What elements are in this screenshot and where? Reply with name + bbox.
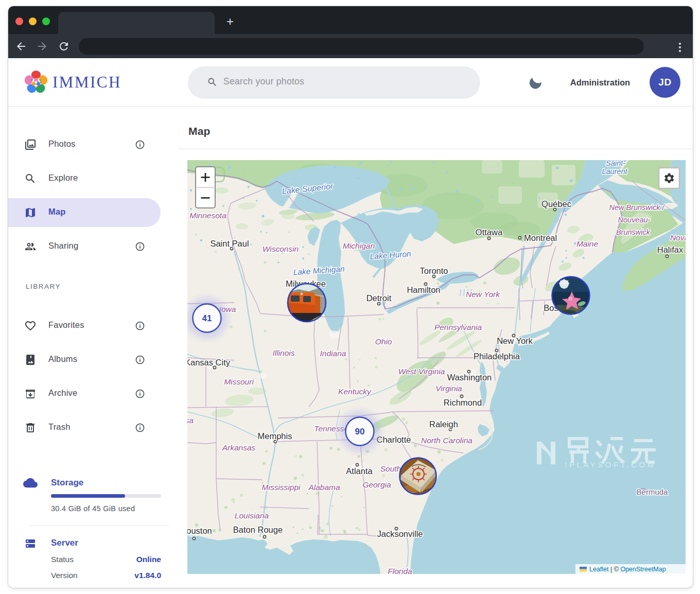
svg-text:Philadelphia: Philadelphia [474, 352, 520, 361]
svg-text:Alabama: Alabama [308, 483, 340, 492]
svg-text:Hamilton: Hamilton [407, 285, 440, 294]
svg-text:Ohio: Ohio [375, 337, 392, 346]
svg-text:Wisconsin: Wisconsin [262, 244, 299, 253]
svg-text:Atlanta: Atlanta [346, 466, 373, 476]
svg-text:Florida: Florida [388, 567, 412, 574]
svg-text:Maine: Maine [576, 239, 599, 248]
svg-text:North Carolina: North Carolina [421, 436, 472, 445]
svg-text:Toronto: Toronto [419, 266, 448, 275]
svg-text:Baton Rouge: Baton Rouge [233, 525, 283, 534]
svg-text:Brunswick: Brunswick [616, 228, 651, 236]
svg-text:Québec: Québec [541, 199, 571, 208]
svg-text:Indiana: Indiana [320, 349, 346, 358]
svg-text:Saint-: Saint- [606, 160, 625, 167]
svg-text:Kansas City: Kansas City [187, 358, 231, 367]
svg-text:New York: New York [497, 336, 533, 345]
svg-text:Montréal: Montréal [524, 233, 557, 242]
svg-text:IPLAYSOFT.COM: IPLAYSOFT.COM [565, 460, 656, 469]
svg-text:West Virginia: West Virginia [398, 367, 445, 376]
svg-text:Detroit: Detroit [366, 293, 392, 303]
svg-text:New York: New York [466, 290, 500, 299]
svg-text:Nouveau-: Nouveau- [618, 216, 651, 224]
svg-text:41: 41 [202, 313, 212, 323]
svg-text:Laurent: Laurent [602, 167, 627, 176]
svg-text:Illinois: Illinois [272, 348, 294, 357]
svg-text:Missouri: Missouri [224, 377, 254, 386]
svg-text:Saint Paul: Saint Paul [210, 239, 249, 248]
svg-text:Arkansas: Arkansas [222, 443, 256, 452]
svg-text:Nova: Nova [670, 233, 686, 242]
svg-text:Jacksonville: Jacksonville [377, 529, 423, 538]
svg-text:Raleigh: Raleigh [429, 420, 458, 429]
svg-text:Pennsylvania: Pennsylvania [434, 323, 482, 331]
svg-text:Michigan: Michigan [343, 241, 375, 250]
svg-text:Ottawa: Ottawa [476, 228, 503, 237]
svg-text:Washington: Washington [447, 373, 492, 382]
svg-text:New Brunswick /: New Brunswick / [609, 203, 665, 212]
svg-text:Minnesota: Minnesota [189, 211, 226, 220]
svg-text:Bermuda: Bermuda [637, 487, 669, 496]
svg-text:Georgia: Georgia [362, 480, 391, 489]
svg-text:ouston: ouston [187, 526, 212, 535]
svg-text:Virginia: Virginia [435, 384, 462, 393]
svg-text:sa: sa [187, 416, 194, 425]
svg-text:Louisiana: Louisiana [235, 511, 269, 520]
svg-text:Richmond: Richmond [444, 398, 482, 407]
svg-text:Memphis: Memphis [258, 431, 292, 441]
svg-text:Kentucky: Kentucky [338, 387, 372, 396]
svg-text:90: 90 [355, 427, 365, 436]
svg-text:Mississippi: Mississippi [262, 483, 301, 492]
svg-text:Leaflet | © OpenStreetMap: Leaflet | © OpenStreetMap [589, 566, 666, 573]
svg-text:Halifax: Halifax [657, 245, 684, 254]
